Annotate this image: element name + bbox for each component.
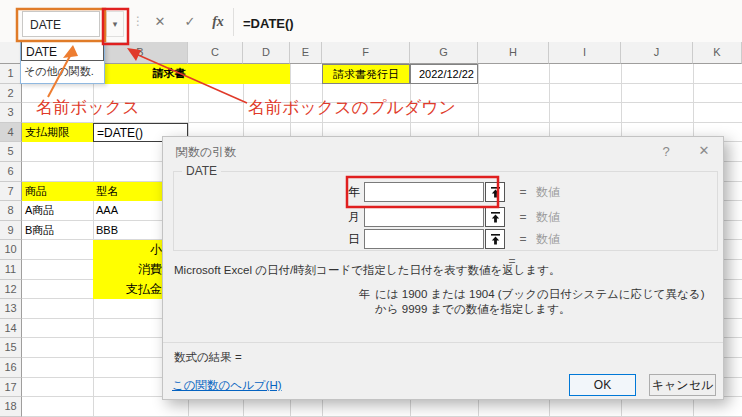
function-help-link[interactable]: この関数のヘルプ(H) (172, 378, 282, 393)
cell-A8[interactable]: A商品 (22, 201, 93, 221)
formula-input[interactable]: =DATE() (243, 11, 294, 37)
column-header-H[interactable]: H (478, 42, 549, 64)
function-arguments-dialog: 関数の引数 ? ✕ DATE 年 = 数値 月 = 数値 日 (162, 136, 724, 400)
dialog-close-icon[interactable]: ✕ (691, 141, 717, 161)
argument-hint-text: には 1900 または 1904 (ブックの日付システムに応じて異なる) から … (375, 287, 709, 317)
date-group-box: DATE 年 = 数値 月 = 数値 日 = 数値 (173, 171, 718, 251)
row-header-2[interactable]: 2 (0, 84, 22, 104)
cancel-button[interactable]: キャンセル (649, 374, 716, 396)
column-header-E[interactable]: E (290, 42, 322, 64)
cell-F1[interactable]: 請求書発行日 (322, 64, 410, 84)
cell-A7[interactable]: 商品 (22, 182, 93, 202)
cell-B1[interactable]: 請求書 (93, 64, 290, 84)
row-header-17[interactable]: 17 (0, 378, 22, 398)
dialog-title: 関数の引数 (176, 144, 236, 161)
row-header-9[interactable]: 9 (0, 221, 22, 241)
day-input[interactable] (364, 229, 484, 249)
column-header-B[interactable]: B (93, 42, 188, 64)
month-type-hint: 数値 (536, 206, 560, 228)
month-equals: = (516, 206, 530, 228)
month-label: 月 (322, 206, 360, 228)
year-range-selector-icon[interactable] (485, 182, 505, 202)
dialog-help-icon[interactable]: ? (655, 142, 677, 162)
dialog-separator (163, 342, 723, 343)
cell-G1[interactable]: 2022/12/22 (410, 64, 478, 84)
row-header-5[interactable]: 5 (0, 142, 22, 162)
name-box-dropdown-button[interactable]: ▾ (106, 11, 124, 37)
row-header-3[interactable]: 3 (0, 103, 22, 123)
day-label: 日 (322, 228, 360, 250)
row-header-11[interactable]: 11 (0, 260, 22, 280)
month-input[interactable] (364, 207, 484, 227)
column-header-C[interactable]: C (188, 42, 243, 64)
ok-button[interactable]: OK (569, 374, 636, 396)
column-header-F[interactable]: F (322, 42, 410, 64)
row-header-16[interactable]: 16 (0, 358, 22, 378)
formula-divider (233, 8, 234, 36)
column-header-D[interactable]: D (243, 42, 290, 64)
row-header-6[interactable]: 6 (0, 162, 22, 182)
formula-bar: DATE ▾ ⋮ ✕ ✓ fx =DATE() (0, 0, 742, 43)
row-header-1[interactable]: 1 (0, 64, 22, 84)
select-all-corner[interactable] (0, 42, 22, 64)
cell-A9[interactable]: B商品 (22, 221, 93, 241)
name-box[interactable]: DATE (22, 11, 100, 37)
argument-hint-term: 年 (359, 287, 371, 302)
insert-function-icon[interactable]: fx (206, 10, 230, 34)
enter-entry-icon[interactable]: ✓ (178, 10, 202, 34)
name-box-dropdown-list: DATE その他の関数. (20, 40, 105, 84)
row-header-14[interactable]: 14 (0, 319, 22, 339)
formula-bar-separator: ⋮ (132, 14, 144, 34)
year-equals: = (516, 181, 530, 203)
row-header-13[interactable]: 13 (0, 299, 22, 319)
year-type-hint: 数値 (536, 181, 560, 203)
column-header-J[interactable]: J (621, 42, 693, 64)
dropdown-item-more-functions[interactable]: その他の関数. (21, 61, 104, 81)
function-description: Microsoft Excel の日付/時刻コードで指定した日付を表す数値を返し… (174, 263, 561, 278)
day-type-hint: 数値 (536, 228, 560, 250)
day-equals: = (516, 228, 530, 250)
year-input[interactable] (364, 182, 484, 202)
column-header-K[interactable]: K (693, 42, 742, 64)
row-header-15[interactable]: 15 (0, 338, 22, 358)
formula-result-label: 数式の結果 = (174, 350, 242, 365)
row-header-7[interactable]: 7 (0, 182, 22, 202)
row-header-18[interactable]: 18 (0, 397, 22, 417)
row-header-10[interactable]: 10 (0, 240, 22, 260)
group-label: DATE (182, 164, 221, 178)
dropdown-item-date[interactable]: DATE (21, 41, 104, 61)
day-range-selector-icon[interactable] (485, 229, 505, 249)
cell-A4[interactable]: 支払期限 (22, 123, 93, 143)
month-range-selector-icon[interactable] (485, 207, 505, 227)
year-label: 年 (322, 181, 360, 203)
column-header-G[interactable]: G (410, 42, 478, 64)
column-header-I[interactable]: I (549, 42, 621, 64)
row-header-12[interactable]: 12 (0, 280, 22, 300)
row-header-8[interactable]: 8 (0, 201, 22, 221)
cancel-entry-icon[interactable]: ✕ (148, 10, 172, 34)
row-header-4[interactable]: 4 (0, 123, 22, 143)
